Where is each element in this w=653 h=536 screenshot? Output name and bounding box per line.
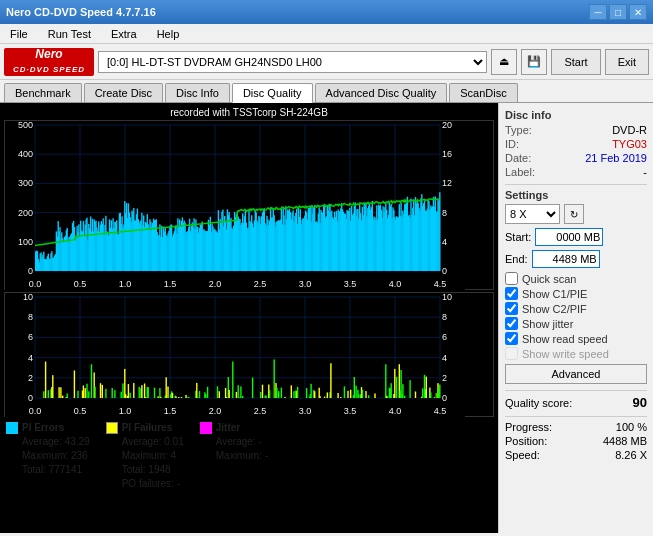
tab-disc-info[interactable]: Disc Info bbox=[165, 83, 230, 102]
checkbox-c2-pif[interactable]: Show C2/PIF bbox=[505, 302, 647, 315]
bottom-chart bbox=[4, 292, 494, 417]
disc-type-row: Type: DVD-R bbox=[505, 124, 647, 136]
disc-date-label: Date: bbox=[505, 152, 531, 164]
start-input[interactable] bbox=[535, 228, 603, 246]
disc-date-value: 21 Feb 2019 bbox=[585, 152, 647, 164]
tab-advanced-disc-quality[interactable]: Advanced Disc Quality bbox=[315, 83, 448, 102]
show-read-speed-label[interactable]: Show read speed bbox=[522, 333, 608, 345]
title-bar: Nero CD-DVD Speed 4.7.7.16 ─ □ ✕ bbox=[0, 0, 653, 24]
start-row: Start: bbox=[505, 228, 647, 246]
end-row: End: bbox=[505, 250, 647, 268]
exit-button[interactable]: Exit bbox=[605, 49, 649, 75]
tab-benchmark[interactable]: Benchmark bbox=[4, 83, 82, 102]
show-c2-pif-checkbox[interactable] bbox=[505, 302, 518, 315]
minimize-button[interactable]: ─ bbox=[589, 4, 607, 20]
checkbox-jitter[interactable]: Show jitter bbox=[505, 317, 647, 330]
tab-create-disc[interactable]: Create Disc bbox=[84, 83, 163, 102]
pi-failures-text: PI Failures Average: 0.01 Maximum: 4 Tot… bbox=[122, 421, 184, 491]
legend-pi-failures: PI Failures Average: 0.01 Maximum: 4 Tot… bbox=[106, 421, 184, 491]
drive-select[interactable]: [0:0] HL-DT-ST DVDRAM GH24NSD0 LH00 bbox=[98, 51, 487, 73]
show-jitter-label[interactable]: Show jitter bbox=[522, 318, 573, 330]
legend: PI Errors Average: 43.29 Maximum: 236 To… bbox=[4, 417, 494, 493]
speed-select[interactable]: 8 X Max 1 X 2 X 4 X 16 X bbox=[505, 204, 560, 224]
end-label: End: bbox=[505, 253, 528, 265]
quality-section: Quality score: 90 bbox=[505, 395, 647, 410]
position-value: 4488 MB bbox=[603, 435, 647, 447]
pi-errors-max: Maximum: 236 bbox=[22, 449, 90, 463]
start-button[interactable]: Start bbox=[551, 49, 600, 75]
close-button[interactable]: ✕ bbox=[629, 4, 647, 20]
legend-pi-errors: PI Errors Average: 43.29 Maximum: 236 To… bbox=[6, 421, 90, 491]
checkbox-quick-scan[interactable]: Quick scan bbox=[505, 272, 647, 285]
pi-errors-total: Total: 777141 bbox=[22, 463, 90, 477]
settings-section: Settings 8 X Max 1 X 2 X 4 X 16 X ↻ Star… bbox=[505, 189, 647, 384]
speed-label: Speed: bbox=[505, 449, 540, 461]
main-content: recorded with TSSTcorp SH-224GB PI Error… bbox=[0, 103, 653, 533]
save-icon[interactable]: 💾 bbox=[521, 49, 547, 75]
disc-id-row: ID: TYG03 bbox=[505, 138, 647, 150]
tab-scan-disc[interactable]: ScanDisc bbox=[449, 83, 517, 102]
chart-title: recorded with TSSTcorp SH-224GB bbox=[4, 107, 494, 118]
speed-value: 8.26 X bbox=[615, 449, 647, 461]
tabs: Benchmark Create Disc Disc Info Disc Qua… bbox=[0, 80, 653, 103]
po-failures: PO failures: - bbox=[122, 477, 184, 491]
jitter-color bbox=[200, 422, 212, 434]
show-c2-pif-label[interactable]: Show C2/PIF bbox=[522, 303, 587, 315]
progress-row: Progress: 100 % bbox=[505, 421, 647, 433]
eject-icon[interactable]: ⏏ bbox=[491, 49, 517, 75]
disc-type-label: Type: bbox=[505, 124, 532, 136]
top-chart bbox=[4, 120, 494, 290]
show-jitter-checkbox[interactable] bbox=[505, 317, 518, 330]
disc-id-label: ID: bbox=[505, 138, 519, 150]
disc-type-value: DVD-R bbox=[612, 124, 647, 136]
disc-date-row: Date: 21 Feb 2019 bbox=[505, 152, 647, 164]
menu-run-test[interactable]: Run Test bbox=[42, 27, 97, 41]
show-c1-pie-label[interactable]: Show C1/PIE bbox=[522, 288, 587, 300]
pi-errors-color bbox=[6, 422, 18, 434]
menu-extra[interactable]: Extra bbox=[105, 27, 143, 41]
title-bar-text: Nero CD-DVD Speed 4.7.7.16 bbox=[6, 6, 156, 18]
checkbox-read-speed[interactable]: Show read speed bbox=[505, 332, 647, 345]
speed-row: 8 X Max 1 X 2 X 4 X 16 X ↻ bbox=[505, 204, 647, 224]
show-read-speed-checkbox[interactable] bbox=[505, 332, 518, 345]
pi-failures-label: PI Failures bbox=[122, 421, 184, 435]
quality-score-value: 90 bbox=[633, 395, 647, 410]
advanced-button[interactable]: Advanced bbox=[505, 364, 647, 384]
menu-help[interactable]: Help bbox=[151, 27, 186, 41]
nero-logo: NeroCD·DVD SPEED bbox=[4, 48, 94, 76]
position-label: Position: bbox=[505, 435, 547, 447]
checkbox-c1-pie[interactable]: Show C1/PIE bbox=[505, 287, 647, 300]
maximize-button[interactable]: □ bbox=[609, 4, 627, 20]
pi-failures-color bbox=[106, 422, 118, 434]
quick-scan-checkbox[interactable] bbox=[505, 272, 518, 285]
menu-bar: File Run Test Extra Help bbox=[0, 24, 653, 44]
start-label: Start: bbox=[505, 231, 531, 243]
tab-disc-quality[interactable]: Disc Quality bbox=[232, 83, 313, 103]
pi-errors-text: PI Errors Average: 43.29 Maximum: 236 To… bbox=[22, 421, 90, 477]
disc-label-value: - bbox=[643, 166, 647, 178]
title-bar-controls: ─ □ ✕ bbox=[589, 4, 647, 20]
toolbar: NeroCD·DVD SPEED [0:0] HL-DT-ST DVDRAM G… bbox=[0, 44, 653, 80]
right-panel: Disc info Type: DVD-R ID: TYG03 Date: 21… bbox=[498, 103, 653, 533]
divider-2 bbox=[505, 390, 647, 391]
end-input[interactable] bbox=[532, 250, 600, 268]
quick-scan-label[interactable]: Quick scan bbox=[522, 273, 576, 285]
menu-file[interactable]: File bbox=[4, 27, 34, 41]
show-c1-pie-checkbox[interactable] bbox=[505, 287, 518, 300]
jitter-max: Maximum: - bbox=[216, 449, 268, 463]
settings-title: Settings bbox=[505, 189, 647, 201]
progress-label: Progress: bbox=[505, 421, 552, 433]
disc-id-value: TYG03 bbox=[612, 138, 647, 150]
pi-failures-total: Total: 1948 bbox=[122, 463, 184, 477]
jitter-text: Jitter Average: - Maximum: - bbox=[216, 421, 268, 463]
progress-section: Progress: 100 % Position: 4488 MB Speed:… bbox=[505, 421, 647, 461]
legend-jitter: Jitter Average: - Maximum: - bbox=[200, 421, 268, 491]
quality-score-label: Quality score: bbox=[505, 397, 572, 409]
position-row: Position: 4488 MB bbox=[505, 435, 647, 447]
jitter-label: Jitter bbox=[216, 421, 268, 435]
disc-label-label: Label: bbox=[505, 166, 535, 178]
pi-failures-max: Maximum: 4 bbox=[122, 449, 184, 463]
refresh-button[interactable]: ↻ bbox=[564, 204, 584, 224]
disc-info-title: Disc info bbox=[505, 109, 647, 121]
pi-failures-avg: Average: 0.01 bbox=[122, 435, 184, 449]
